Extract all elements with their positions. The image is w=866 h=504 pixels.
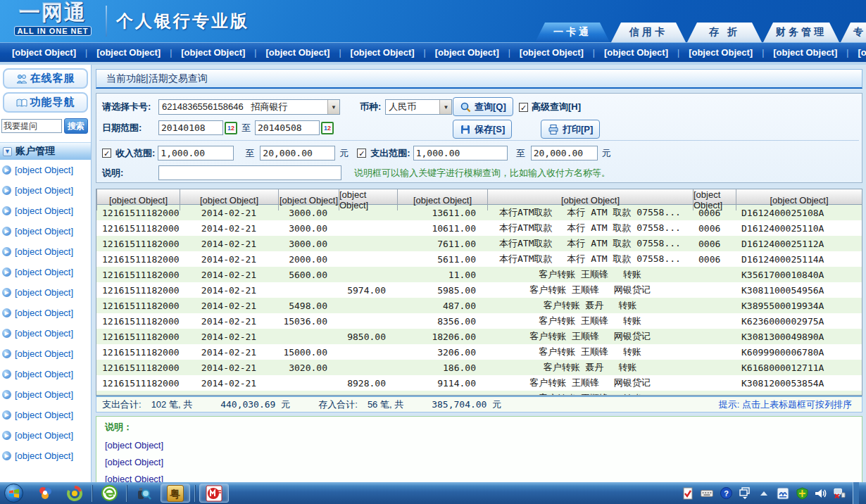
account-type-tab[interactable]: 信用卡: [611, 23, 686, 42]
menu-item[interactable]: [object Object]: [341, 47, 424, 58]
chevron-down-icon[interactable]: ▼: [439, 100, 451, 114]
card-select[interactable]: 6214836556158646 招商银行 ▼: [158, 99, 340, 115]
cell-balance: 186.00: [397, 360, 487, 375]
browser-swirl-icon[interactable]: [65, 484, 84, 503]
chevron-down-icon[interactable]: ▼: [327, 100, 339, 114]
sidebar-item[interactable]: ▶ [object Object]: [0, 364, 91, 384]
layered-windows-icon[interactable]: [739, 487, 751, 500]
shield-icon[interactable]: [796, 487, 808, 500]
expense-to-input[interactable]: [531, 146, 598, 160]
sidebar-item[interactable]: ▶ [object Object]: [0, 160, 91, 180]
table-row[interactable]: 121615111820000 2014-02-21 15036.00 8356…: [96, 313, 862, 329]
transaction-table: [object Object][object Object][object Ob…: [96, 189, 862, 396]
account-type-tab[interactable]: 专: [841, 23, 866, 42]
sidebar-item[interactable]: ▶ [object Object]: [0, 262, 91, 282]
calendar-icon[interactable]: 12: [321, 122, 334, 134]
sidebar-item[interactable]: ▶ [object Object]: [0, 241, 91, 262]
show-desktop-button[interactable]: [853, 482, 859, 504]
menu-item[interactable]: [object Object]: [3, 47, 85, 58]
memo-input[interactable]: [158, 165, 341, 180]
income-range-checkbox[interactable]: ✓: [102, 149, 111, 158]
currency-select-value: 人民币: [386, 101, 439, 113]
table-row[interactable]: 121615111820000 2014-02-21 3000.00 7611.…: [96, 236, 862, 251]
cell-out: 3000.00: [278, 205, 339, 220]
table-row[interactable]: 121615111820000 2014-02-21 3000.00 13611…: [96, 205, 862, 220]
date-from-input[interactable]: [158, 120, 223, 135]
menu-item[interactable]: [object Object]: [764, 47, 846, 58]
sidebar-item[interactable]: ▶ [object Object]: [0, 180, 91, 201]
menu-item[interactable]: [object Object]: [172, 47, 254, 58]
menu-item[interactable]: [object Object]: [87, 47, 170, 58]
sidebar-item[interactable]: ▶ [object Object]: [0, 425, 91, 446]
search-button[interactable]: 搜索: [64, 118, 88, 134]
cell-serial: K6099900006780A: [736, 344, 862, 360]
nav-guide-button[interactable]: 功能导航: [3, 92, 88, 113]
show-hidden-icons-button[interactable]: [758, 487, 770, 500]
online-service-button[interactable]: 在线客服: [3, 68, 88, 89]
bank-client-taskbar-button[interactable]: [199, 484, 229, 503]
usb-key-magnifier-icon[interactable]: [134, 484, 153, 503]
collapse-icon[interactable]: ▼: [3, 147, 12, 156]
checkbox-checked-icon[interactable]: ✓: [519, 103, 528, 112]
income-to-input[interactable]: [260, 146, 335, 160]
cell-time: 2014-02-21: [180, 267, 278, 282]
pinwheel-app-icon[interactable]: [36, 484, 54, 503]
menu-item[interactable]: [object Object]: [256, 47, 339, 58]
table-row[interactable]: 121615111820000 2014-02-21 5498.00 487.0…: [96, 298, 862, 313]
sidebar-item[interactable]: ▶ [object Object]: [0, 201, 91, 221]
keyboard-icon[interactable]: [701, 487, 713, 500]
help-icon[interactable]: ?: [720, 487, 732, 500]
sidebar-item[interactable]: ▶ [object Object]: [0, 344, 91, 364]
print-button[interactable]: 打印[P]: [541, 120, 600, 139]
account-type-tab[interactable]: 存 折: [687, 23, 762, 42]
arrow-icon: ▶: [2, 186, 11, 195]
table-row[interactable]: 121615111820000 2014-02-21 9000.00 114.0…: [96, 391, 862, 395]
expense-from-input[interactable]: [413, 146, 508, 160]
table-row[interactable]: 121615111820000 2014-02-21 2000.00 5611.…: [96, 251, 862, 267]
cell-description: 客户转账 聂丹 转账: [487, 360, 693, 375]
notes-doc-icon[interactable]: [682, 487, 694, 500]
advanced-query-checkbox[interactable]: ✓ 高级查询[H]: [519, 101, 581, 113]
table-row[interactable]: 121615111820000 2014-02-21 3000.00 10611…: [96, 220, 862, 236]
account-type-tab[interactable]: 财务管理: [763, 23, 839, 42]
table-row[interactable]: 121615111820000 2014-02-21 8928.00 9114.…: [96, 375, 862, 391]
table-row[interactable]: 121615111820000 2014-02-21 5974.00 5985.…: [96, 282, 862, 298]
expense-range-checkbox[interactable]: ✓: [357, 149, 366, 158]
query-form: 请选择卡号: 6214836556158646 招商银行 ▼ 币种: 人民币 ▼: [96, 93, 862, 183]
sidebar-item[interactable]: ▶ [object Object]: [0, 221, 91, 241]
question-search-input[interactable]: [1, 119, 62, 133]
currency-select[interactable]: 人民币 ▼: [385, 99, 452, 115]
table-row[interactable]: 121615111820000 2014-02-21 9850.00 18206…: [96, 329, 862, 344]
save-button[interactable]: 保存[S]: [453, 120, 512, 139]
volume-icon[interactable]: [815, 487, 827, 500]
sidebar-item[interactable]: ▶ [object Object]: [0, 282, 91, 303]
green-e-browser-icon[interactable]: [100, 484, 118, 503]
menu-item[interactable]: [object Object]: [595, 47, 677, 58]
blue-badge-icon[interactable]: [777, 487, 789, 500]
sidebar-item[interactable]: ▶ [object Object]: [0, 303, 91, 323]
date-to-input[interactable]: [255, 120, 320, 135]
sidebar-item[interactable]: ▶ [object Object]: [0, 446, 91, 466]
income-from-input[interactable]: [158, 146, 234, 160]
account-type-tab[interactable]: 一卡通: [535, 23, 610, 42]
start-button[interactable]: [4, 484, 23, 503]
menu-item[interactable]: [object Object]: [510, 47, 593, 58]
sidebar-section-header[interactable]: ▼ 账户管理: [0, 142, 91, 160]
cell-out: 2000.00: [278, 251, 339, 267]
table-row[interactable]: 121615111820000 2014-02-21 5600.00 11.00…: [96, 267, 862, 282]
network-disconnected-icon[interactable]: [834, 487, 846, 500]
menu-item[interactable]: [object Object]: [426, 47, 508, 58]
cell-in: 8928.00: [339, 375, 397, 391]
cell-out: 15000.00: [278, 344, 339, 360]
menu-item[interactable]: [object Object]: [848, 47, 866, 58]
ime-taskbar-button[interactable]: 粤: [161, 484, 190, 503]
table-row[interactable]: 121615111820000 2014-02-21 15000.00 3206…: [96, 344, 862, 360]
cell-balance: 3206.00: [397, 344, 487, 360]
sidebar-item[interactable]: ▶ [object Object]: [0, 384, 91, 405]
table-row[interactable]: 121615111820000 2014-02-21 3020.00 186.0…: [96, 360, 862, 375]
calendar-icon[interactable]: 12: [225, 122, 237, 134]
query-button[interactable]: 查询[Q]: [453, 97, 513, 116]
sidebar-item[interactable]: ▶ [object Object]: [0, 405, 91, 425]
menu-item[interactable]: [object Object]: [679, 47, 762, 58]
sidebar-item[interactable]: ▶ [object Object]: [0, 323, 91, 344]
